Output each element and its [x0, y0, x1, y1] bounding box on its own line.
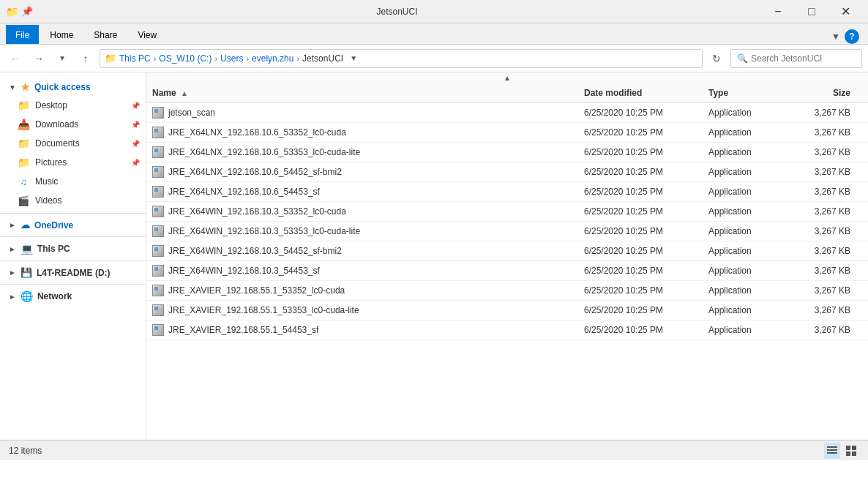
recent-locations-button[interactable]: ▼ [53, 49, 72, 68]
sidebar-header-thispc[interactable]: ► 💻 This PC [0, 240, 146, 258]
file-type-cell: Application [708, 266, 796, 276]
sort-arrow-icon: ▲ [181, 89, 188, 97]
ribbon-collapse-icon[interactable]: ▼ [831, 31, 840, 42]
search-input[interactable] [751, 53, 861, 64]
file-name-text: JRE_XAVIER_192.168.55.1_53352_lc0-cuda [168, 285, 345, 296]
tab-view[interactable]: View [128, 25, 166, 44]
titlebar: 📁 📌 JetsonUCI − □ ✕ [0, 0, 868, 23]
file-type-cell: Application [708, 108, 796, 118]
ribbon-tabs: File Home Share View ▼ ? [0, 23, 868, 44]
file-size-cell: 3,267 KB [796, 226, 862, 236]
sidebar-drive-label: L4T-README (D:) [37, 268, 111, 278]
table-row[interactable]: JRE_XAVIER_192.168.55.1_53352_lc0-cuda 6… [146, 281, 868, 301]
sidebar-header-drive[interactable]: ► 💾 L4T-README (D:) [0, 264, 146, 281]
breadcrumb-dropdown-arrow[interactable]: ▼ [346, 49, 361, 68]
table-row[interactable]: JRE_X64LNX_192.168.10.6_54452_sf-bmi2 6/… [146, 162, 868, 182]
close-button[interactable]: ✕ [828, 0, 862, 23]
file-name-cell: JRE_XAVIER_192.168.55.1_53353_lc0-cuda-l… [152, 304, 584, 316]
sidebar-section-quickaccess: ▼ ★ Quick access 📁 Desktop 📌 📥 Downloads… [0, 78, 146, 210]
table-row[interactable]: JRE_X64LNX_192.168.10.6_54453_sf 6/25/20… [146, 182, 868, 202]
titlebar-folder-icon: 📁 [6, 6, 18, 18]
table-row[interactable]: JRE_X64WIN_192.168.10.3_53352_lc0-cuda 6… [146, 202, 868, 222]
app-file-icon [152, 107, 164, 119]
file-name-cell: JRE_XAVIER_192.168.55.1_54453_sf [152, 324, 584, 336]
file-name-text: JRE_X64WIN_192.168.10.3_53352_lc0-cuda [168, 206, 346, 217]
file-name-text: JRE_X64LNX_192.168.10.6_54453_sf [168, 187, 320, 197]
sidebar-item-downloads[interactable]: 📥 Downloads 📌 [0, 115, 146, 134]
sidebar-quickaccess-label: Quick access [34, 82, 91, 92]
sidebar-item-music[interactable]: ♫ Music [0, 172, 146, 191]
table-row[interactable]: JRE_XAVIER_192.168.55.1_54453_sf 6/25/20… [146, 320, 868, 340]
large-icons-view-button[interactable] [843, 443, 859, 459]
column-header-size[interactable]: Size [796, 88, 862, 98]
downloads-pin-icon: 📌 [131, 121, 140, 129]
sidebar-header-quickaccess[interactable]: ▼ ★ Quick access [0, 78, 146, 96]
minimize-button[interactable]: − [761, 0, 795, 23]
breadcrumb-folder-icon: 📁 [105, 53, 116, 64]
app-file-icon [152, 206, 164, 217]
table-row[interactable]: JRE_X64LNX_192.168.10.6_53352_lc0-cuda 6… [146, 123, 868, 143]
sidebar-downloads-label: Downloads [35, 119, 78, 130]
titlebar-controls: − □ ✕ [761, 0, 862, 23]
refresh-button[interactable]: ↻ [707, 49, 726, 68]
tab-file[interactable]: File [6, 25, 39, 44]
sidebar-item-pictures[interactable]: 📁 Pictures 📌 [0, 153, 146, 172]
tab-share[interactable]: Share [84, 25, 127, 44]
file-type-cell: Application [708, 206, 796, 217]
sidebar-item-videos[interactable]: 🎬 Videos [0, 191, 146, 210]
sidebar-item-documents[interactable]: 📁 Documents 📌 [0, 134, 146, 153]
file-size-cell: 3,267 KB [796, 127, 862, 138]
svg-rect-0 [827, 446, 837, 448]
sidebar-section-network: ► 🌐 Network [0, 288, 146, 305]
file-date-cell: 6/25/2020 10:25 PM [584, 305, 708, 315]
sidebar-divider-3 [0, 260, 146, 261]
column-header-type[interactable]: Type [708, 88, 796, 98]
table-row[interactable]: JRE_X64LNX_192.168.10.6_53353_lc0-cuda-l… [146, 143, 868, 162]
file-size-cell: 3,267 KB [796, 285, 862, 296]
sidebar-item-desktop[interactable]: 📁 Desktop 📌 [0, 96, 146, 115]
breadcrumb: 📁 This PC › OS_W10 (C:) › Users › evelyn… [100, 49, 703, 68]
thispc-icon: 💻 [20, 243, 33, 255]
tab-home[interactable]: Home [40, 25, 83, 44]
sidebar-header-onedrive[interactable]: ► ☁ OneDrive [0, 217, 146, 233]
up-button[interactable]: ↑ [76, 49, 95, 68]
breadcrumb-sep2: › [214, 54, 217, 63]
sidebar-network-label: Network [37, 291, 72, 301]
file-date-cell: 6/25/2020 10:25 PM [584, 108, 708, 118]
breadcrumb-drive[interactable]: OS_W10 (C:) [159, 53, 212, 64]
back-button[interactable]: ← [6, 49, 25, 68]
breadcrumb-thispc[interactable]: This PC [119, 53, 151, 64]
file-date-cell: 6/25/2020 10:25 PM [584, 226, 708, 236]
sidebar-documents-label: Documents [35, 138, 80, 149]
maximize-button[interactable]: □ [795, 0, 828, 23]
titlebar-icons: 📁 📌 [6, 6, 33, 18]
filelist-header: Name ▲ Date modified Type Size [146, 83, 868, 103]
table-row[interactable]: JRE_XAVIER_192.168.55.1_53353_lc0-cuda-l… [146, 301, 868, 320]
ribbon-help-icon[interactable]: ? [845, 29, 859, 44]
file-size-cell: 3,267 KB [796, 266, 862, 276]
sidebar-section-drive: ► 💾 L4T-README (D:) [0, 264, 146, 281]
file-name-cell: JRE_X64WIN_192.168.10.3_54452_sf-bmi2 [152, 245, 584, 257]
forward-button[interactable]: → [29, 49, 48, 68]
app-file-icon [152, 127, 164, 138]
pictures-folder-icon: 📁 [18, 157, 29, 168]
table-row[interactable]: JRE_X64WIN_192.168.10.3_54452_sf-bmi2 6/… [146, 241, 868, 261]
column-header-name[interactable]: Name ▲ [152, 88, 584, 98]
app-file-icon [152, 245, 164, 257]
onedrive-icon: ☁ [20, 220, 30, 230]
details-view-button[interactable] [824, 443, 840, 459]
table-row[interactable]: jetson_scan 6/25/2020 10:25 PM Applicati… [146, 103, 868, 123]
column-header-date[interactable]: Date modified [584, 88, 708, 98]
file-date-cell: 6/25/2020 10:25 PM [584, 206, 708, 217]
sidebar-header-network[interactable]: ► 🌐 Network [0, 288, 146, 305]
table-row[interactable]: JRE_X64WIN_192.168.10.3_54453_sf 6/25/20… [146, 261, 868, 281]
file-date-cell: 6/25/2020 10:25 PM [584, 147, 708, 157]
file-date-cell: 6/25/2020 10:25 PM [584, 187, 708, 197]
file-name-cell: jetson_scan [152, 107, 584, 119]
file-name-cell: JRE_XAVIER_192.168.55.1_53352_lc0-cuda [152, 285, 584, 296]
table-row[interactable]: JRE_X64WIN_192.168.10.3_53353_lc0-cuda-l… [146, 222, 868, 241]
breadcrumb-users[interactable]: Users [220, 53, 243, 64]
file-date-cell: 6/25/2020 10:25 PM [584, 325, 708, 335]
ribbon-right: ▼ ? [831, 29, 862, 44]
breadcrumb-user[interactable]: evelyn.zhu [252, 53, 293, 64]
